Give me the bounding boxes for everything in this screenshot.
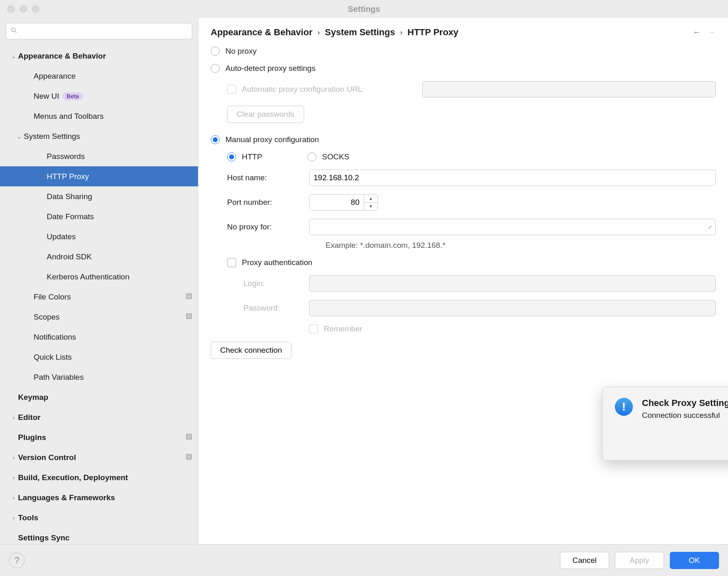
step-down-icon[interactable]: ▼ bbox=[364, 203, 378, 211]
tree-keymap[interactable]: Keymap bbox=[0, 387, 198, 407]
tree-kerberos[interactable]: Kerberos Authentication bbox=[0, 267, 198, 287]
svg-line-1 bbox=[15, 31, 16, 33]
password-field bbox=[309, 300, 716, 316]
chevron-right-icon: › bbox=[9, 474, 18, 481]
tree-build[interactable]: ›Build, Execution, Deployment bbox=[0, 467, 198, 488]
radio-no-proxy[interactable]: No proxy bbox=[211, 47, 716, 56]
step-up-icon[interactable]: ▲ bbox=[364, 195, 378, 203]
chevron-right-icon: › bbox=[9, 454, 18, 461]
chevron-right-icon: › bbox=[9, 494, 18, 501]
breadcrumb: Appearance & Behavior › System Settings … bbox=[198, 18, 728, 46]
check-connection-button[interactable]: Check connection bbox=[211, 342, 291, 359]
tree-date-formats[interactable]: Date Formats bbox=[0, 206, 198, 227]
window-title: Settings bbox=[0, 5, 728, 14]
proxy-settings: No proxy Auto-detect proxy settings Auto… bbox=[198, 46, 728, 544]
tree-scopes[interactable]: Scopes bbox=[0, 307, 198, 327]
dialog-title: Check Proxy Settings bbox=[642, 398, 728, 408]
chevron-right-icon: › bbox=[9, 414, 18, 421]
tree-passwords[interactable]: Passwords bbox=[0, 146, 198, 166]
port-field[interactable] bbox=[309, 195, 364, 210]
tree-plugins[interactable]: Plugins bbox=[0, 427, 198, 447]
search-field[interactable] bbox=[20, 27, 188, 36]
tree-updates[interactable]: Updates bbox=[0, 227, 198, 247]
login-field bbox=[309, 275, 716, 292]
tree-new-ui[interactable]: New UIBeta bbox=[0, 86, 198, 106]
svg-rect-8 bbox=[187, 454, 191, 459]
tree-editor[interactable]: ›Editor bbox=[0, 407, 198, 427]
svg-rect-6 bbox=[187, 434, 191, 439]
check-remember: Remember bbox=[309, 324, 716, 333]
svg-rect-9 bbox=[188, 456, 190, 458]
beta-badge: Beta bbox=[62, 92, 83, 100]
crumb-3: HTTP Proxy bbox=[407, 27, 458, 38]
radio-auto-detect[interactable]: Auto-detect proxy settings bbox=[211, 64, 716, 73]
tree-menus-toolbars[interactable]: Menus and Toolbars bbox=[0, 106, 198, 126]
tree-path-variables[interactable]: Path Variables bbox=[0, 367, 198, 387]
crumb-1[interactable]: Appearance & Behavior bbox=[211, 27, 312, 38]
check-auto-url: Automatic proxy configuration URL: bbox=[227, 81, 716, 98]
radio-http[interactable]: HTTP bbox=[227, 152, 262, 161]
dialog-message: Connection successful bbox=[642, 411, 728, 420]
tree-system-settings[interactable]: ⌄System Settings bbox=[0, 126, 198, 146]
check-proxy-auth[interactable]: Proxy authentication bbox=[227, 258, 716, 267]
noproxy-field[interactable] bbox=[309, 219, 716, 235]
check-proxy-dialog: ! Check Proxy Settings Connection succes… bbox=[602, 387, 728, 460]
settings-window: Settings ⌄Appearance & Behavior Appearan… bbox=[0, 0, 728, 576]
main-panel: Appearance & Behavior › System Settings … bbox=[198, 18, 728, 544]
back-icon[interactable]: ← bbox=[693, 28, 701, 37]
noproxy-label: No proxy for: bbox=[227, 222, 309, 231]
sidebar: ⌄Appearance & Behavior Appearance New UI… bbox=[0, 18, 198, 544]
tree-android-sdk[interactable]: Android SDK bbox=[0, 247, 198, 267]
project-config-icon bbox=[186, 293, 192, 301]
help-button[interactable]: ? bbox=[9, 553, 25, 568]
tree-appearance[interactable]: Appearance bbox=[0, 66, 198, 86]
tree-tools[interactable]: ›Tools bbox=[0, 508, 198, 528]
radio-manual[interactable]: Manual proxy configuration bbox=[211, 135, 716, 144]
chevron-down-icon: ⌄ bbox=[15, 133, 24, 140]
auto-url-field bbox=[422, 81, 716, 98]
tree-settings-sync[interactable]: Settings Sync bbox=[0, 528, 198, 544]
svg-rect-7 bbox=[188, 435, 190, 438]
expand-icon[interactable]: ⤢ bbox=[708, 224, 712, 230]
clear-passwords-button: Clear passwords bbox=[227, 106, 304, 123]
footer: ? Cancel Apply OK bbox=[0, 544, 728, 576]
svg-rect-4 bbox=[187, 314, 191, 319]
svg-point-0 bbox=[11, 28, 15, 32]
port-stepper[interactable]: ▲▼ bbox=[309, 194, 378, 211]
chevron-right-icon: › bbox=[400, 28, 403, 37]
ok-button[interactable]: OK bbox=[670, 552, 719, 569]
example-text: Example: *.domain.com, 192.168.* bbox=[325, 241, 716, 250]
port-label: Port number: bbox=[227, 198, 309, 207]
apply-button: Apply bbox=[615, 552, 664, 569]
chevron-right-icon: › bbox=[9, 515, 18, 521]
chevron-down-icon: ⌄ bbox=[9, 53, 18, 59]
tree-notifications[interactable]: Notifications bbox=[0, 327, 198, 347]
project-config-icon bbox=[186, 454, 192, 461]
svg-rect-2 bbox=[187, 294, 191, 299]
cancel-button[interactable]: Cancel bbox=[560, 552, 609, 569]
login-label: Login: bbox=[243, 279, 309, 288]
tree-file-colors[interactable]: File Colors bbox=[0, 287, 198, 307]
radio-socks[interactable]: SOCKS bbox=[307, 152, 350, 161]
tree-appearance-behavior[interactable]: ⌄Appearance & Behavior bbox=[0, 46, 198, 66]
password-label: Password: bbox=[243, 304, 309, 313]
tree-version-control[interactable]: ›Version Control bbox=[0, 447, 198, 467]
project-config-icon bbox=[186, 433, 192, 441]
crumb-2[interactable]: System Settings bbox=[325, 27, 395, 38]
host-field[interactable] bbox=[309, 170, 716, 186]
tree-data-sharing[interactable]: Data Sharing bbox=[0, 186, 198, 206]
chevron-right-icon: › bbox=[317, 28, 320, 37]
search-icon bbox=[10, 27, 18, 36]
search-input[interactable] bbox=[6, 23, 192, 39]
tree-languages[interactable]: ›Languages & Frameworks bbox=[0, 488, 198, 508]
forward-icon: → bbox=[708, 28, 716, 37]
tree-quick-lists[interactable]: Quick Lists bbox=[0, 347, 198, 367]
tree-http-proxy[interactable]: HTTP Proxy bbox=[0, 166, 198, 186]
titlebar: Settings bbox=[0, 0, 728, 18]
host-label: Host name: bbox=[227, 173, 309, 182]
svg-rect-3 bbox=[188, 295, 190, 297]
settings-tree: ⌄Appearance & Behavior Appearance New UI… bbox=[0, 43, 198, 544]
svg-rect-5 bbox=[188, 315, 190, 317]
info-icon: ! bbox=[615, 398, 633, 416]
project-config-icon bbox=[186, 313, 192, 321]
